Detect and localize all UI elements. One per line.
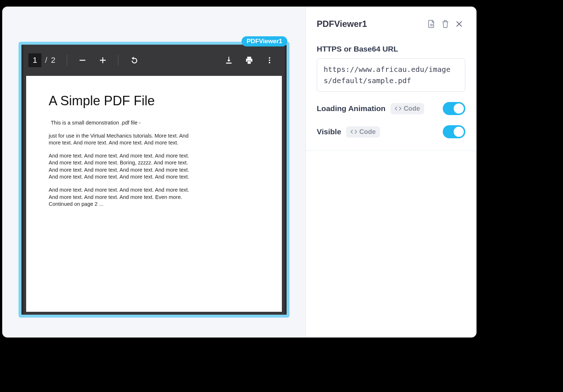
pdf-paragraph: This is a small demonstration .pdf file … (51, 119, 196, 127)
url-field-label: HTTPS or Base64 URL (317, 45, 465, 53)
visible-row: Visible Code (317, 125, 465, 138)
inspector-divider (306, 151, 476, 151)
pdf-paragraph: just for use in the Virtual Mechanics tu… (49, 132, 194, 147)
inspector-body: HTTPS or Base64 URL https://www.africau.… (306, 38, 476, 138)
page-number-input[interactable] (28, 53, 41, 67)
toolbar-divider (67, 55, 67, 66)
pdf-widget-frame[interactable]: / 2 (19, 42, 289, 318)
canvas-area: PDFViewer1 / 2 (3, 7, 305, 337)
loading-animation-row: Loading Animation Code (317, 102, 465, 115)
pdf-viewer: / 2 (21, 45, 287, 315)
delete-widget-button[interactable] (439, 18, 451, 30)
zoom-out-button[interactable] (74, 52, 90, 68)
code-icon (395, 106, 401, 111)
pdf-page: A Simple PDF File This is a small demons… (26, 76, 282, 312)
loading-animation-label: Loading Animation (317, 104, 385, 113)
close-icon (455, 20, 463, 28)
code-chip-label: Code (359, 128, 376, 136)
inspector-panel: PDFViewer1 HTTPS or Base64 URL https://w… (305, 7, 476, 337)
svg-rect-4 (247, 57, 251, 58)
code-icon (351, 129, 357, 134)
code-chip[interactable]: Code (390, 103, 424, 114)
svg-point-8 (269, 62, 270, 63)
widget-selection-badge[interactable]: PDFViewer1 (242, 36, 287, 46)
visible-toggle[interactable] (443, 125, 465, 138)
pdf-paragraph: And more text. And more text. And more t… (49, 152, 194, 181)
rotate-button[interactable] (126, 52, 142, 68)
widget-selection-label: PDFViewer1 (247, 38, 282, 45)
plus-icon (98, 56, 107, 65)
pdf-content: A Simple PDF File This is a small demons… (26, 76, 282, 208)
zoom-in-button[interactable] (95, 52, 111, 68)
copy-widget-button[interactable] (425, 18, 438, 30)
trash-icon (441, 20, 449, 28)
toggle-knob (454, 103, 464, 114)
close-inspector-button[interactable] (453, 18, 465, 30)
print-icon (244, 56, 254, 65)
svg-point-7 (269, 60, 270, 61)
inspector-title: PDFViewer1 (317, 19, 424, 29)
toggle-knob (454, 127, 464, 137)
svg-rect-5 (248, 61, 251, 64)
download-icon (224, 56, 234, 65)
inspector-header: PDFViewer1 (306, 7, 476, 38)
code-chip-label: Code (404, 105, 420, 113)
print-button[interactable] (241, 52, 257, 68)
code-chip[interactable]: Code (346, 126, 380, 138)
pdf-toolbar: / 2 (23, 45, 285, 76)
minus-icon (78, 56, 87, 65)
app-window: PDFViewer1 / 2 (2, 7, 477, 338)
rotate-icon (129, 56, 138, 65)
page-separator: / (41, 56, 51, 65)
svg-point-6 (269, 57, 270, 59)
pdf-paragraph: And more text. And more text. And more t… (49, 187, 194, 208)
document-icon (428, 20, 436, 28)
more-options-button[interactable] (262, 52, 278, 68)
svg-rect-3 (226, 63, 231, 64)
toolbar-divider (118, 55, 118, 66)
pdf-title: A Simple PDF File (49, 93, 259, 109)
url-input[interactable]: https://www.africau.edu/images/default/s… (317, 58, 465, 92)
visible-label: Visible (317, 127, 341, 136)
more-vertical-icon (266, 56, 274, 64)
loading-animation-toggle[interactable] (443, 102, 465, 115)
page-total: 2 (51, 56, 62, 65)
download-button[interactable] (221, 52, 237, 68)
